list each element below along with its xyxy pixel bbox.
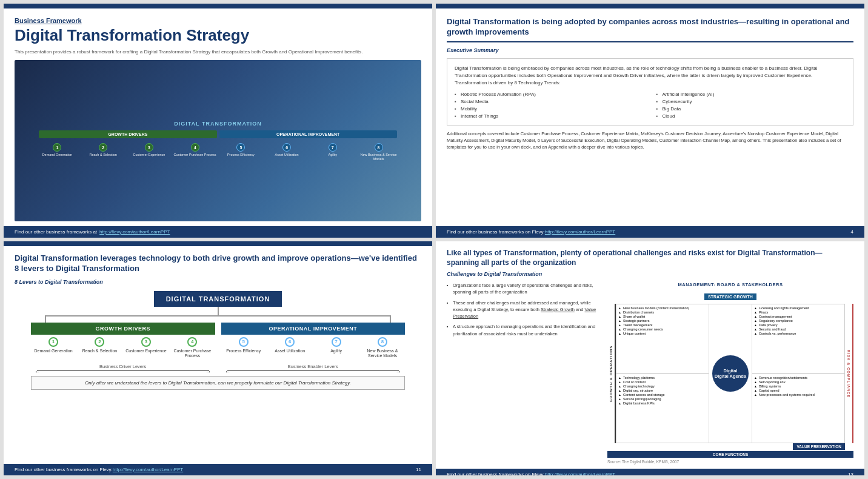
- item-data-priv: ▲Data privacy: [754, 323, 843, 327]
- slide4-left-side-label: GROWTH & OPERATIONS: [607, 304, 616, 443]
- slide3-branch-right: [218, 315, 391, 323]
- slide3-branch: [45, 315, 390, 323]
- slide3-ops-items: 5 Process Efficiency 6 Asset Utilization…: [221, 337, 406, 359]
- item1-label: Demand Generation: [42, 153, 73, 157]
- slide3-o-label-8: New Business & Service Models: [360, 349, 405, 359]
- slide4-matrix-title: MANAGEMENT: BOARD & STAKEHOLDERS: [607, 282, 853, 287]
- slide2-bullet-2: Social Media: [455, 99, 644, 104]
- item3-num: 3: [145, 143, 153, 152]
- slide3-g-item-4: 4 Customer Purchase Process: [170, 337, 215, 359]
- slide3-ops-header: OPERATIONAL IMPROVEMENT: [221, 323, 406, 335]
- slide3-dt-label: DIGITAL TRANSFORMATION: [154, 291, 282, 307]
- item-dist: ▲Distribution channels: [618, 310, 707, 314]
- slide2-footer-link[interactable]: http://flevy.com/author/LearnPPT: [545, 229, 615, 235]
- slide3-g-label-2: Reach & Selection: [82, 349, 118, 353]
- item-new-proc: ▲New processes and systems required: [754, 393, 843, 397]
- item-self-rep: ▲Self-reporting env.: [754, 380, 843, 384]
- slide3-g-item-2: 2 Reach & Selection: [77, 337, 122, 359]
- slide4-matrix-wrapper: GROWTH & OPERATIONS ▲New business models…: [607, 304, 853, 443]
- slide3-g-num-1: 1: [48, 337, 58, 347]
- slide3-growth-header: GROWTH DRIVERS: [31, 323, 215, 335]
- slide3-two-cols: GROWTH DRIVERS 1 Demand Generation 2 Rea…: [31, 323, 405, 359]
- slide3-o-item-8: 8 New Business & Service Models: [360, 337, 405, 359]
- slide3-g-label-4: Customer Purchase Process: [170, 349, 215, 359]
- slide4-inner-matrix: ▲New business models (content monetizati…: [616, 304, 845, 443]
- slide3-title: Digital Transformation leverages technol…: [15, 253, 421, 274]
- slide2-text-box: Digital Transformation is being embraced…: [447, 58, 853, 126]
- item1-num: 1: [53, 143, 61, 152]
- slide3-o-num-7: 7: [332, 337, 341, 347]
- slide1-diagram: DIGITAL TRANSFORMATION GROWTH DRIVERS OP…: [15, 60, 421, 221]
- slide2-bullet-1: Robotic Process Automation (RPA): [455, 92, 644, 97]
- item-contract: ▲Contract management: [754, 315, 843, 318]
- slide2-exec-summary: Executive Summary: [447, 47, 853, 53]
- slide4-tr-cell: ▲Licensing and rights management ▲Piracy…: [752, 304, 844, 373]
- slide3-enabler-label: Business Enabler Levers: [221, 364, 406, 369]
- item-pricing: ▲Service pricing/packaging: [618, 397, 707, 401]
- slide4-bullet-2: These and other challenges must be addre…: [447, 300, 601, 320]
- slide3-footer-link[interactable]: http://flevy.com/author/LearnPPT: [113, 467, 183, 472]
- slide4-footer: Find our other business frameworks on Fl…: [436, 469, 864, 475]
- slide3-g-item-3: 3 Customer Experience: [124, 337, 169, 359]
- slide4-title: Like all types of Transformation, plenty…: [447, 249, 853, 267]
- slide3-footer: Find our other business frameworks on Fl…: [4, 464, 432, 475]
- slide2-bullet-4: Internet of Things: [455, 113, 644, 119]
- item4-num: 4: [191, 143, 199, 152]
- item6-label: Asset Utilization: [275, 153, 299, 157]
- slide4-source: Source: The Digital Bubble, KPMG, 2007: [607, 460, 853, 464]
- slide3-driver-label: Business Driver Levers: [31, 364, 215, 369]
- slide3-arrow-labels: Business Driver Levers ← → Business Enab…: [31, 364, 405, 372]
- slide3-note-text: Only after we understand the levers to D…: [38, 380, 398, 386]
- slide3-g-item-1: 1 Demand Generation: [31, 337, 76, 359]
- slide1-footer-link[interactable]: http://flevy.com/author/LearnPPT: [99, 229, 170, 235]
- slide3-top-bar: [4, 241, 432, 246]
- slide2-body-text: Digital Transformation is being embraced…: [455, 65, 846, 87]
- slide4-agenda: Digital Agenda: [715, 373, 746, 379]
- slide2-bullets-grid: Robotic Process Automation (RPA) Artific…: [455, 92, 846, 119]
- slide4-section-title: Challenges to Digital Transformation: [447, 271, 853, 277]
- slide4-br-cell: ▲Revenue recognition/settlements ▲Self-r…: [752, 373, 844, 443]
- slide1-items-row: 1 Demand Generation 2 Reach & Selection …: [35, 143, 401, 161]
- slide2-bullet-3: Mobility: [455, 106, 644, 112]
- slide1-top-bar: [4, 4, 432, 8]
- slide1-title: Digital Transformation Strategy: [15, 26, 421, 45]
- slide-3: Digital Transformation leverages technol…: [4, 241, 432, 475]
- item-tech: ▲Technology platforms: [618, 376, 707, 380]
- item-talent: ▲Talent management: [618, 323, 707, 327]
- slide4-page-num: 13: [848, 472, 853, 475]
- slide3-o-num-8: 8: [378, 337, 387, 347]
- slide2-bullet-5: Artificial Intelligence (AI): [656, 92, 846, 97]
- slide1-item-6: 6 Asset Utilization: [264, 143, 309, 161]
- slide1-item-5: 5 Process Efficiency: [218, 143, 263, 161]
- slide4-right-col: MANAGEMENT: BOARD & STAKEHOLDERS STRATEG…: [607, 282, 853, 464]
- business-framework-label: Business Framework: [15, 17, 421, 24]
- slide1-item-8: 8 New Business & Service Models: [356, 143, 401, 161]
- slide2-bullet-8: Cloud: [656, 113, 846, 119]
- slide1-subtitle: This presentation provides a robust fram…: [15, 49, 366, 55]
- item-controls: ▲Controls vs. performance: [754, 332, 843, 335]
- slide1-item-3: 3 Customer Experience: [127, 143, 172, 161]
- slide2-top-bar: [436, 4, 864, 8]
- slide2-footer-text: Find our other business frameworks on Fl…: [447, 229, 545, 235]
- op-improvement-label: OPERATIONAL IMPROVEMENT: [219, 130, 397, 138]
- slide3-footer-text: Find our other business frameworks on Fl…: [15, 467, 113, 472]
- slide3-g-num-4: 4: [187, 337, 197, 347]
- slide1-dt-label: DIGITAL TRANSFORMATION: [174, 121, 262, 127]
- slide3-o-label-5: Process Efficiency: [226, 349, 261, 353]
- slide3-driver-label-container: Business Driver Levers ← →: [31, 364, 215, 372]
- slide1-item-4: 4 Customer Purchase Process: [173, 143, 218, 161]
- slide3-connector-line: [218, 307, 219, 315]
- slide3-page-num: 11: [416, 467, 421, 472]
- slide3-o-item-6: 6 Asset Utilization: [267, 337, 312, 359]
- item7-label: Agility: [328, 153, 337, 157]
- item6-num: 6: [282, 143, 291, 152]
- slide3-g-label-3: Customer Experience: [125, 349, 166, 353]
- item-change-tech: ▲Changing technology: [618, 384, 707, 388]
- slide3-g-num-2: 2: [95, 337, 104, 347]
- slide1-item-2: 2 Reach & Selection: [81, 143, 125, 161]
- slide4-footer-link[interactable]: http://flevy.com/author/LearnPPT: [545, 472, 615, 475]
- slide2-bullet-7: Big Data: [656, 106, 846, 112]
- slide3-ops-col: OPERATIONAL IMPROVEMENT 5 Process Effici…: [221, 323, 406, 359]
- item-content-access: ▲Content access and storage: [618, 393, 707, 397]
- slide4-footer-text: Find our other business frameworks on Fl…: [447, 472, 545, 475]
